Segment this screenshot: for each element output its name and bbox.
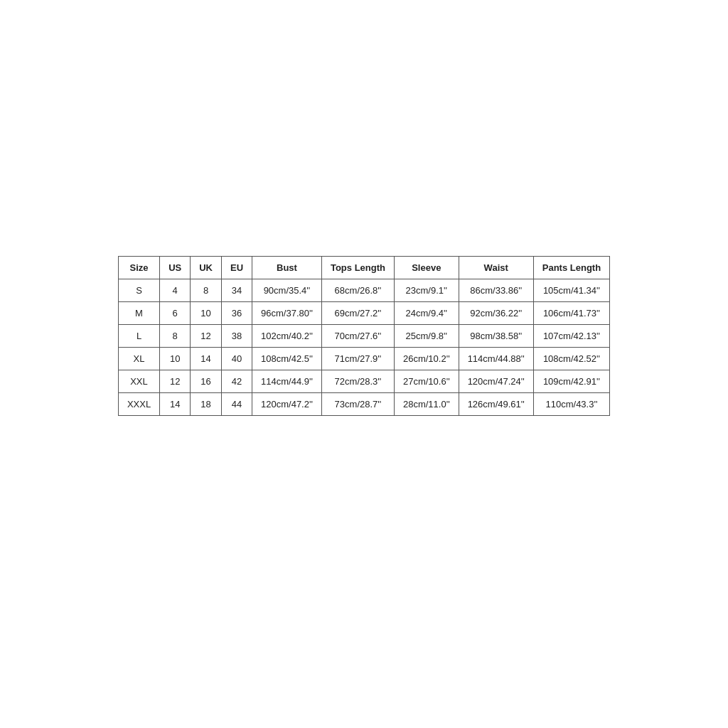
cell-bust-4: 114cm/44.9'' bbox=[252, 370, 322, 392]
table-row: XXL121642114cm/44.9''72cm/28.3''27cm/10.… bbox=[118, 370, 609, 392]
table-row: M6103696cm/37.80''69cm/27.2''24cm/9.4''9… bbox=[118, 301, 609, 324]
cell-size-3: XL bbox=[118, 347, 159, 370]
cell-waist-2: 98cm/38.58'' bbox=[459, 324, 533, 347]
col-header-uk: UK bbox=[191, 256, 222, 279]
cell-sleeve-0: 23cm/9.1'' bbox=[394, 279, 459, 301]
cell-tops_length-5: 73cm/28.7'' bbox=[321, 392, 394, 415]
cell-pants_length-4: 109cm/42.91'' bbox=[533, 370, 609, 392]
col-header-eu: EU bbox=[221, 256, 252, 279]
table-row: XL101440108cm/42.5''71cm/27.9''26cm/10.2… bbox=[118, 347, 609, 370]
cell-eu-5: 44 bbox=[221, 392, 252, 415]
col-header-waist: Waist bbox=[459, 256, 533, 279]
cell-size-4: XXL bbox=[118, 370, 159, 392]
col-header-us: US bbox=[160, 256, 191, 279]
cell-us-1: 6 bbox=[160, 301, 191, 324]
cell-pants_length-5: 110cm/43.3'' bbox=[533, 392, 609, 415]
table-row: L81238102cm/40.2''70cm/27.6''25cm/9.8''9… bbox=[118, 324, 609, 347]
cell-eu-3: 40 bbox=[221, 347, 252, 370]
cell-sleeve-3: 26cm/10.2'' bbox=[394, 347, 459, 370]
col-header-sleeve: Sleeve bbox=[394, 256, 459, 279]
cell-waist-3: 114cm/44.88'' bbox=[459, 347, 533, 370]
size-chart-container: Size US UK EU Bust Tops Length Sleeve Wa… bbox=[118, 256, 610, 416]
cell-uk-2: 12 bbox=[191, 324, 222, 347]
cell-waist-4: 120cm/47.24'' bbox=[459, 370, 533, 392]
cell-pants_length-3: 108cm/42.52'' bbox=[533, 347, 609, 370]
cell-waist-0: 86cm/33.86'' bbox=[459, 279, 533, 301]
cell-tops_length-2: 70cm/27.6'' bbox=[321, 324, 394, 347]
cell-bust-2: 102cm/40.2'' bbox=[252, 324, 322, 347]
cell-size-1: M bbox=[118, 301, 159, 324]
cell-us-5: 14 bbox=[160, 392, 191, 415]
cell-waist-1: 92cm/36.22'' bbox=[459, 301, 533, 324]
cell-waist-5: 126cm/49.61'' bbox=[459, 392, 533, 415]
cell-us-4: 12 bbox=[160, 370, 191, 392]
cell-uk-3: 14 bbox=[191, 347, 222, 370]
cell-us-0: 4 bbox=[160, 279, 191, 301]
table-row: XXXL141844120cm/47.2''73cm/28.7''28cm/11… bbox=[118, 392, 609, 415]
cell-sleeve-1: 24cm/9.4'' bbox=[394, 301, 459, 324]
cell-eu-1: 36 bbox=[221, 301, 252, 324]
table-row: S483490cm/35.4''68cm/26.8''23cm/9.1''86c… bbox=[118, 279, 609, 301]
cell-bust-0: 90cm/35.4'' bbox=[252, 279, 322, 301]
cell-bust-3: 108cm/42.5'' bbox=[252, 347, 322, 370]
cell-pants_length-1: 106cm/41.73'' bbox=[533, 301, 609, 324]
cell-uk-1: 10 bbox=[191, 301, 222, 324]
table-header-row: Size US UK EU Bust Tops Length Sleeve Wa… bbox=[118, 256, 609, 279]
col-header-tops-length: Tops Length bbox=[321, 256, 394, 279]
cell-eu-0: 34 bbox=[221, 279, 252, 301]
cell-pants_length-2: 107cm/42.13'' bbox=[533, 324, 609, 347]
col-header-bust: Bust bbox=[252, 256, 322, 279]
cell-uk-4: 16 bbox=[191, 370, 222, 392]
size-chart-table: Size US UK EU Bust Tops Length Sleeve Wa… bbox=[118, 256, 610, 416]
cell-tops_length-0: 68cm/26.8'' bbox=[321, 279, 394, 301]
cell-eu-2: 38 bbox=[221, 324, 252, 347]
col-header-pants-length: Pants Length bbox=[533, 256, 609, 279]
cell-pants_length-0: 105cm/41.34'' bbox=[533, 279, 609, 301]
cell-tops_length-1: 69cm/27.2'' bbox=[321, 301, 394, 324]
cell-us-2: 8 bbox=[160, 324, 191, 347]
cell-size-0: S bbox=[118, 279, 159, 301]
cell-tops_length-3: 71cm/27.9'' bbox=[321, 347, 394, 370]
cell-bust-1: 96cm/37.80'' bbox=[252, 301, 322, 324]
cell-eu-4: 42 bbox=[221, 370, 252, 392]
cell-size-5: XXXL bbox=[118, 392, 159, 415]
col-header-size: Size bbox=[118, 256, 159, 279]
cell-uk-5: 18 bbox=[191, 392, 222, 415]
cell-sleeve-4: 27cm/10.6'' bbox=[394, 370, 459, 392]
cell-uk-0: 8 bbox=[191, 279, 222, 301]
cell-bust-5: 120cm/47.2'' bbox=[252, 392, 322, 415]
cell-sleeve-2: 25cm/9.8'' bbox=[394, 324, 459, 347]
cell-us-3: 10 bbox=[160, 347, 191, 370]
cell-tops_length-4: 72cm/28.3'' bbox=[321, 370, 394, 392]
cell-size-2: L bbox=[118, 324, 159, 347]
cell-sleeve-5: 28cm/11.0'' bbox=[394, 392, 459, 415]
